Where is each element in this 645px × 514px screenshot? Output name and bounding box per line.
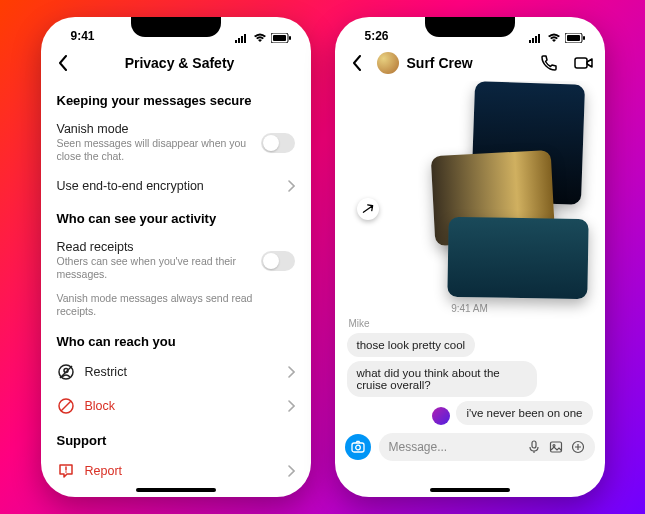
wifi-icon <box>547 33 561 43</box>
block-label: Block <box>85 399 278 413</box>
wifi-icon <box>253 33 267 43</box>
back-button[interactable] <box>345 55 369 71</box>
svg-rect-17 <box>538 34 540 43</box>
self-avatar <box>432 407 450 425</box>
header: Privacy & Safety <box>41 45 311 81</box>
svg-rect-20 <box>567 35 580 41</box>
notch <box>131 17 221 37</box>
report-icon <box>57 462 75 480</box>
battery-icon <box>565 33 585 43</box>
vanish-note: Vanish mode messages always send read re… <box>57 290 295 324</box>
svg-rect-14 <box>529 40 531 43</box>
chat-title[interactable]: Surf Crew <box>407 55 473 71</box>
svg-rect-21 <box>575 58 587 68</box>
phone-right: 5:26 Surf Crew <box>335 17 605 497</box>
message-input[interactable]: Message... <box>379 433 595 461</box>
read-receipts-toggle[interactable] <box>261 251 295 271</box>
chat-body: 9:41 AM Mike those look pretty cool what… <box>335 81 605 497</box>
read-receipts-sub: Others can see when you've read their me… <box>57 255 251 281</box>
section-activity-title: Who can see your activity <box>57 211 295 226</box>
signal-icon <box>529 33 543 43</box>
e2e-label: Use end-to-end encryption <box>57 179 278 193</box>
read-receipts-label: Read receipts <box>57 240 251 254</box>
home-indicator[interactable] <box>430 488 510 492</box>
vanish-mode-toggle[interactable] <box>261 133 295 153</box>
vanish-mode-label: Vanish mode <box>57 122 251 136</box>
message-bubble[interactable]: those look pretty cool <box>347 333 476 357</box>
status-time: 5:26 <box>365 29 389 43</box>
svg-rect-22 <box>352 443 364 452</box>
chat-avatar[interactable] <box>377 52 399 74</box>
status-time: 9:41 <box>71 29 95 43</box>
forward-button[interactable] <box>357 198 379 220</box>
section-support-title: Support <box>57 433 295 448</box>
photo-stack[interactable] <box>347 83 593 293</box>
svg-rect-3 <box>244 34 246 43</box>
photo-3[interactable] <box>447 217 588 299</box>
plus-icon[interactable] <box>571 440 585 454</box>
svg-rect-15 <box>532 38 534 43</box>
settings-content: Keeping your messages secure Vanish mode… <box>41 81 311 497</box>
message-row: what did you think about the cruise over… <box>335 359 605 399</box>
chevron-right-icon <box>288 465 295 477</box>
svg-line-11 <box>61 401 71 411</box>
restrict-label: Restrict <box>85 365 278 379</box>
message-bubble[interactable]: what did you think about the cruise over… <box>347 361 537 397</box>
phone-left: 9:41 Privacy & Safety Keeping your messa… <box>41 17 311 497</box>
message-row: those look pretty cool <box>335 331 605 359</box>
chat-header: Surf Crew <box>335 45 605 81</box>
section-reach-title: Who can reach you <box>57 334 295 349</box>
message-placeholder: Message... <box>389 440 519 454</box>
vanish-mode-sub: Seen messages will disappear when you cl… <box>57 137 251 163</box>
timestamp: 9:41 AM <box>335 303 605 314</box>
sender-name: Mike <box>335 318 605 331</box>
notch <box>425 17 515 37</box>
message-composer: Message... <box>345 433 595 461</box>
svg-rect-0 <box>235 40 237 43</box>
svg-rect-16 <box>535 36 537 43</box>
message-row-self: i've never been on one <box>335 399 605 427</box>
svg-rect-6 <box>273 35 286 41</box>
mic-icon[interactable] <box>527 440 541 454</box>
svg-point-13 <box>65 471 67 473</box>
restrict-icon <box>57 363 75 381</box>
video-icon[interactable] <box>573 53 595 73</box>
chevron-right-icon <box>288 400 295 412</box>
signal-icon <box>235 33 249 43</box>
image-icon[interactable] <box>549 440 563 454</box>
svg-rect-24 <box>532 441 536 448</box>
camera-button[interactable] <box>345 434 371 460</box>
read-receipts-row[interactable]: Read receipts Others can see when you've… <box>57 232 295 289</box>
chevron-right-icon <box>288 180 295 192</box>
svg-rect-1 <box>238 38 240 43</box>
report-row[interactable]: Report <box>57 454 295 488</box>
page-title: Privacy & Safety <box>59 55 301 71</box>
svg-point-23 <box>355 445 360 450</box>
svg-rect-2 <box>241 36 243 43</box>
battery-icon <box>271 33 291 43</box>
call-icon[interactable] <box>539 53 559 73</box>
block-icon <box>57 397 75 415</box>
svg-rect-19 <box>583 36 585 40</box>
chevron-right-icon <box>288 366 295 378</box>
restrict-row[interactable]: Restrict <box>57 355 295 389</box>
message-bubble[interactable]: i've never been on one <box>456 401 592 425</box>
svg-rect-5 <box>289 36 291 40</box>
section-secure-title: Keeping your messages secure <box>57 93 295 108</box>
svg-rect-25 <box>550 442 561 452</box>
home-indicator[interactable] <box>136 488 216 492</box>
vanish-mode-row[interactable]: Vanish mode Seen messages will disappear… <box>57 114 295 171</box>
block-row[interactable]: Block <box>57 389 295 423</box>
report-label: Report <box>85 464 278 478</box>
e2e-row[interactable]: Use end-to-end encryption <box>57 171 295 201</box>
